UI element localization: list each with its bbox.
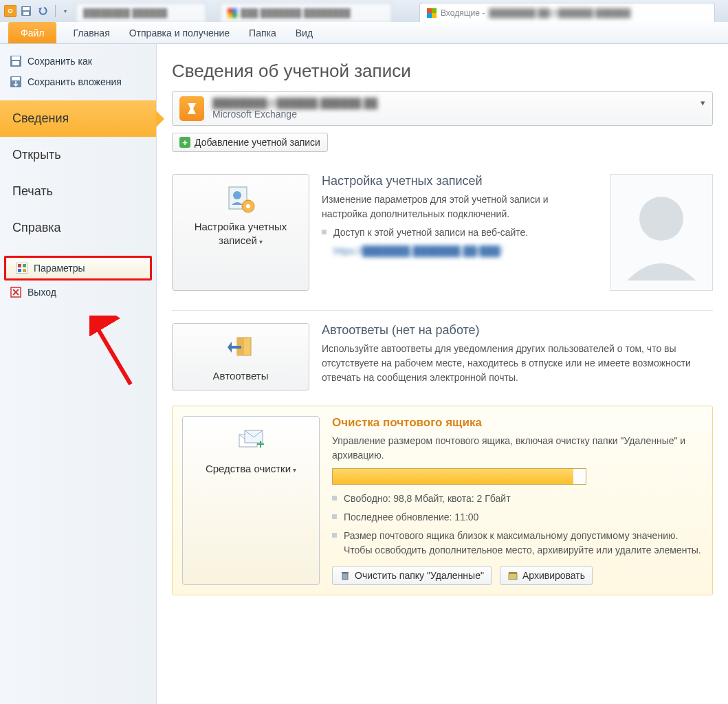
svg-rect-12: [12, 56, 20, 60]
window-tab-2[interactable]: ███ ███████ ████████: [220, 3, 392, 22]
svg-point-24: [233, 191, 241, 199]
tab-file[interactable]: Файл: [8, 22, 56, 43]
autoreply-desc: Используйте автоответы для уведомления д…: [322, 342, 713, 385]
account-dropdown-icon[interactable]: ▾: [701, 98, 705, 108]
sidebar-info[interactable]: Сведения: [0, 100, 156, 137]
cleanup-bullet3: Размер почтового ящика близок к максимал…: [344, 529, 703, 558]
sidebar-options-label: Параметры: [34, 263, 85, 274]
sidebar-info-label: Сведения: [12, 111, 69, 126]
account-type-label: Microsoft Exchange: [212, 109, 377, 120]
sidebar-save-attachments[interactable]: Сохранить вложения: [0, 72, 156, 92]
options-icon: [16, 262, 28, 274]
sidebar-exit[interactable]: Выход: [0, 282, 156, 302]
svg-rect-8: [432, 8, 437, 13]
save-attachments-icon: [10, 76, 22, 88]
backstage-sidebar: Сохранить как Сохранить вложения Сведени…: [0, 44, 157, 704]
qat-separator: [55, 5, 56, 17]
autoreply-icon: [178, 332, 303, 365]
svg-rect-4: [232, 8, 237, 13]
archive-label: Архивировать: [522, 570, 585, 581]
qat-undo-icon[interactable]: [36, 4, 49, 18]
svg-line-22: [95, 324, 131, 384]
cleanup-icon: [188, 425, 313, 458]
sidebar-options[interactable]: Параметры: [4, 256, 152, 280]
cleanup-tools-button[interactable]: Средства очистки▾: [182, 416, 320, 585]
add-account-label: Добавление учетной записи: [195, 137, 320, 148]
sidebar-save-as[interactable]: Сохранить как: [0, 51, 156, 72]
cleanup-btn-label: Средства очистки: [206, 463, 291, 474]
qat-save-icon[interactable]: [19, 4, 33, 18]
svg-rect-33: [342, 572, 349, 573]
titlebar: O ▾ ████████ ██████ ███ ███████ ████████…: [0, 0, 728, 22]
exchange-icon: [179, 96, 204, 121]
quota-fill: [333, 469, 573, 484]
cleanup-bullet2: Последнее обновление: 11:00: [344, 510, 703, 525]
svg-rect-34: [509, 573, 517, 580]
svg-rect-32: [342, 573, 348, 580]
sidebar-save-attachments-label: Сохранить вложения: [27, 76, 122, 87]
cleanup-title: Очистка почтового ящика: [332, 416, 703, 430]
account-settings-btn-label: Настройка учетных записей: [195, 221, 287, 246]
account-settings-icon: [178, 183, 303, 216]
svg-rect-2: [23, 12, 29, 15]
sidebar-help-label: Справка: [12, 221, 61, 235]
archive-icon: [507, 570, 518, 581]
autoreply-btn-label: Автоответы: [178, 369, 303, 383]
svg-rect-18: [23, 264, 26, 267]
svg-rect-3: [228, 8, 232, 13]
sidebar-open-label: Открыть: [12, 148, 61, 162]
save-as-icon: [10, 55, 22, 67]
svg-point-27: [639, 197, 683, 241]
account-settings-desc: Изменение параметров для этой учетной за…: [322, 192, 591, 221]
tab-send-receive[interactable]: Отправка и получение: [120, 22, 239, 43]
sidebar-print[interactable]: Печать: [0, 173, 156, 210]
cleanup-bullet1: Свободно: 98,8 Мбайт, квота: 2 Гбайт: [344, 492, 703, 506]
annotation-arrow: [89, 316, 151, 391]
svg-rect-5: [228, 13, 232, 18]
svg-rect-15: [12, 77, 20, 80]
tab-view[interactable]: Вид: [286, 22, 322, 43]
section-cleanup: Средства очистки▾ Очистка почтового ящик…: [172, 406, 713, 595]
svg-rect-13: [12, 61, 19, 65]
svg-rect-7: [427, 8, 432, 13]
account-web-link-blurred[interactable]: https://███████.███████.██/███/: [333, 244, 591, 258]
page-title: Сведения об учетной записи: [172, 60, 713, 82]
account-settings-bullet1: Доступ к этой учетной записи на веб-сайт…: [333, 226, 591, 240]
autoreply-button[interactable]: Автоответы: [172, 323, 309, 390]
section-account-settings: Настройка учетных записей▾ Настройка уче…: [172, 174, 713, 291]
sidebar-help[interactable]: Справка: [0, 210, 156, 246]
chevron-down-icon: ▾: [293, 466, 296, 474]
window-title: Входящие -: [441, 8, 485, 18]
empty-deleted-button[interactable]: Очистить папку "Удаленные": [332, 566, 492, 585]
section-autoreply: Автоответы Автоответы (нет на работе) Ис…: [172, 310, 713, 390]
empty-deleted-label: Очистить папку "Удаленные": [355, 570, 484, 581]
account-avatar: [610, 174, 713, 291]
qat-customize-icon[interactable]: ▾: [58, 4, 72, 18]
account-selector[interactable]: ████████@██████.██████.██ Microsoft Exch…: [172, 91, 713, 126]
account-settings-title: Настройка учетных записей: [322, 174, 591, 188]
svg-rect-17: [18, 264, 21, 267]
ribbon-tabs: Файл Главная Отправка и получение Папка …: [0, 22, 728, 44]
cleanup-desc: Управление размером почтового ящика, вкл…: [332, 434, 703, 463]
add-account-button[interactable]: + Добавление учетной записи: [172, 133, 328, 152]
account-email-blurred: ████████@██████.██████.██: [212, 98, 377, 109]
archive-button[interactable]: Архивировать: [500, 566, 593, 585]
outlook-app-icon: O: [4, 5, 16, 17]
svg-rect-20: [23, 269, 26, 272]
sidebar-exit-label: Выход: [27, 287, 56, 298]
svg-rect-1: [23, 7, 30, 10]
svg-point-26: [246, 204, 250, 208]
quota-bar: [332, 468, 586, 485]
svg-rect-6: [232, 13, 237, 18]
account-settings-button[interactable]: Настройка учетных записей▾: [172, 174, 309, 291]
svg-rect-19: [18, 269, 21, 272]
exit-icon: [10, 286, 22, 298]
svg-rect-35: [509, 572, 517, 574]
window-tab-active[interactable]: Входящие - ████████ ██@██████ ██████: [419, 3, 715, 22]
plus-icon: +: [179, 137, 190, 148]
sidebar-open[interactable]: Открыть: [0, 137, 156, 173]
tab-folder[interactable]: Папка: [239, 22, 286, 43]
sidebar-save-as-label: Сохранить как: [27, 56, 92, 67]
window-tab-1[interactable]: ████████ ██████: [76, 3, 206, 22]
tab-home[interactable]: Главная: [63, 22, 119, 43]
